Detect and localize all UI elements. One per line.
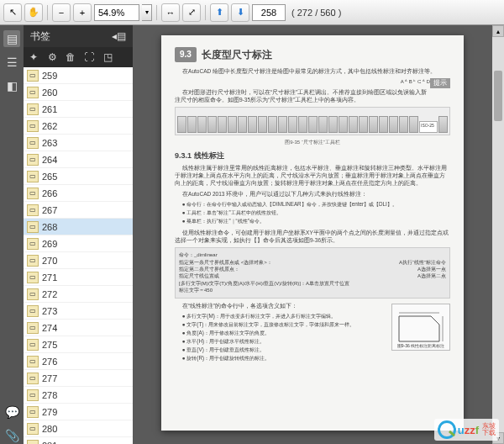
bookmarks-list[interactable]: ▭259▭260▭261▭262▭263▭264▭265▭266▭267▭268… bbox=[24, 67, 133, 444]
bookmark-item[interactable]: ▭266 bbox=[24, 185, 133, 202]
bookmark-page-icon: ▭ bbox=[27, 238, 39, 250]
select-tool-icon[interactable]: ↖ bbox=[3, 3, 22, 22]
dimension-diagram: 图9-36 线性标注距离标注 bbox=[391, 304, 450, 351]
bookmark-page-icon: ▭ bbox=[27, 188, 39, 199]
bookmark-label: 266 bbox=[42, 188, 57, 198]
fit-page-icon[interactable]: ⤢ bbox=[182, 3, 201, 22]
thumbnails-icon[interactable]: ▤ bbox=[3, 30, 20, 47]
bookmark-label: 275 bbox=[42, 340, 57, 350]
bookmark-option-icon[interactable]: ◳ bbox=[101, 50, 114, 64]
bookmark-item[interactable]: ▭280 bbox=[24, 420, 133, 437]
bookmark-item[interactable]: ▭272 bbox=[24, 286, 133, 303]
bookmark-page-icon: ▭ bbox=[27, 87, 39, 98]
bookmark-item[interactable]: ▭275 bbox=[24, 336, 133, 353]
section-number: 9.3 bbox=[175, 47, 197, 62]
prev-page-icon[interactable]: ⬆ bbox=[210, 3, 228, 22]
bookmarks-panel: 书签 ◂▤ ✦ ⚙ 🗑 ⛶ ◳ ▭259▭260▭261▭262▭263▭264… bbox=[24, 25, 133, 444]
zoom-input[interactable]: 54.9% bbox=[94, 4, 139, 21]
bookmark-label: 269 bbox=[42, 239, 57, 249]
scroll-up-icon[interactable]: ▴ bbox=[492, 25, 504, 37]
bookmark-label: 260 bbox=[42, 87, 57, 98]
bookmark-item[interactable]: ▭269 bbox=[24, 235, 133, 252]
bookmark-page-icon: ▭ bbox=[27, 356, 39, 367]
bookmark-item[interactable]: ▭278 bbox=[24, 387, 133, 404]
figure1-caption: 图9-35 “尺寸标注”工具栏 bbox=[175, 139, 450, 145]
bookmark-item[interactable]: ▭277 bbox=[24, 370, 133, 387]
bookmark-page-icon: ▭ bbox=[27, 154, 39, 166]
layers-icon[interactable]: ◧ bbox=[3, 77, 20, 94]
bookmark-item[interactable]: ▭263 bbox=[24, 135, 133, 151]
bookmark-label: 265 bbox=[42, 172, 57, 182]
bookmark-item[interactable]: ▭261 bbox=[24, 101, 133, 118]
bookmark-page-icon: ▭ bbox=[27, 255, 39, 267]
document-area[interactable]: 9.3 长度型尺寸标注 在AutoCAD 绘图中长度型尺寸标注是绘图中最常见的标… bbox=[133, 25, 492, 444]
bookmark-item[interactable]: ▭271 bbox=[24, 269, 133, 286]
delete-bookmark-icon[interactable]: 🗑 bbox=[64, 50, 77, 64]
para1: 线性标注属于标注里常用的线性距离标注，包括水平标注、垂直标注和旋转标注三种类型。… bbox=[175, 164, 450, 187]
bookmark-item[interactable]: ▭265 bbox=[24, 168, 133, 185]
panel-menu-icon[interactable]: ◂▤ bbox=[112, 30, 126, 42]
bookmark-page-icon: ▭ bbox=[27, 137, 39, 149]
bookmark-page-icon: ▭ bbox=[27, 221, 39, 233]
expand-bookmark-icon[interactable]: ⛶ bbox=[82, 50, 96, 64]
dimension-toolbar-figure: ISO-25 bbox=[175, 107, 450, 135]
fit-width-icon[interactable]: ↔ bbox=[161, 3, 180, 22]
bookmark-item[interactable]: ▭276 bbox=[24, 353, 133, 370]
bookmark-label: 274 bbox=[42, 323, 57, 333]
new-bookmark-icon[interactable]: ✦ bbox=[27, 50, 40, 64]
bookmark-label: 271 bbox=[42, 272, 57, 283]
bookmarks-icon[interactable]: ☰ bbox=[3, 54, 20, 71]
bookmark-item[interactable]: ▭281 bbox=[24, 437, 133, 444]
hint-text: 在对图形进行尺寸标注时，可以在“尺寸标注”工具栏调出。不推荐直接到绘图区域以免误… bbox=[175, 88, 450, 103]
bookmark-label: 264 bbox=[42, 155, 57, 165]
bookmark-page-icon: ▭ bbox=[27, 339, 39, 351]
bookmark-settings-icon[interactable]: ⚙ bbox=[45, 50, 59, 64]
bookmark-item[interactable]: ▭274 bbox=[24, 320, 133, 336]
page-input[interactable] bbox=[252, 4, 286, 21]
zoom-dropdown-icon[interactable]: ▾ bbox=[142, 4, 152, 21]
document-page: 9.3 长度型尺寸标注 在AutoCAD 绘图中长度型尺寸标注是绘图中最常见的标… bbox=[161, 35, 464, 431]
bookmark-item[interactable]: ▭260 bbox=[24, 84, 133, 101]
zoom-out-icon[interactable]: − bbox=[52, 3, 71, 22]
bookmark-label: 276 bbox=[42, 357, 57, 367]
bookmark-page-icon: ▭ bbox=[27, 70, 39, 82]
bookmark-item[interactable]: ▭264 bbox=[24, 151, 133, 168]
bookmark-item[interactable]: ▭262 bbox=[24, 118, 133, 135]
bookmark-page-icon: ▭ bbox=[27, 171, 39, 182]
bookmarks-title: 书签 bbox=[30, 29, 50, 44]
bookmark-label: 281 bbox=[42, 441, 57, 445]
scroll-thumb[interactable] bbox=[494, 71, 502, 121]
bookmark-label: 277 bbox=[42, 373, 57, 383]
page-total: ( 272 / 560 ) bbox=[291, 8, 341, 18]
bookmark-item[interactable]: ▭270 bbox=[24, 252, 133, 269]
bookmark-page-icon: ▭ bbox=[27, 272, 39, 283]
bookmark-item[interactable]: ▭259 bbox=[24, 67, 133, 84]
zoom-in-icon[interactable]: + bbox=[73, 3, 92, 22]
bookmark-label: 268 bbox=[42, 222, 57, 232]
comments-icon[interactable]: 💬 bbox=[3, 404, 20, 420]
logo-q-icon bbox=[438, 420, 456, 439]
bookmark-page-icon: ▭ bbox=[27, 389, 39, 401]
bookmark-page-icon: ▭ bbox=[27, 305, 39, 317]
top-toolbar: ↖ ✋ − + 54.9% ▾ ↔ ⤢ ⬆ ⬇ ( 272 / 560 ) bbox=[0, 0, 504, 25]
vertical-scrollbar[interactable]: ▴ ▾ bbox=[492, 25, 504, 444]
opt6: ● 旋转(R)：用于创建旋转线性的标注。 bbox=[182, 355, 450, 362]
bookmark-label: 267 bbox=[42, 205, 57, 215]
bookmark-page-icon: ▭ bbox=[27, 423, 39, 435]
bookmark-page-icon: ▭ bbox=[27, 322, 39, 334]
next-page-icon[interactable]: ⬇ bbox=[231, 3, 249, 22]
watermark-logo: uzzf 东坡下载 bbox=[434, 419, 499, 441]
bookmark-page-icon: ▭ bbox=[27, 204, 39, 216]
bookmark-label: 273 bbox=[42, 306, 57, 316]
bookmark-label: 259 bbox=[42, 71, 57, 81]
attachments-icon[interactable]: 📎 bbox=[3, 427, 20, 444]
intro-text: 在AutoCAD 绘图中长度型尺寸标注是绘图中最常见的标注方式，其中包括线性标注… bbox=[175, 67, 450, 75]
hand-tool-icon[interactable]: ✋ bbox=[24, 3, 43, 22]
bookmark-item[interactable]: ▭267 bbox=[24, 202, 133, 219]
bookmark-item[interactable]: ▭268 bbox=[24, 219, 133, 235]
bookmark-page-icon: ▭ bbox=[27, 440, 39, 445]
bookmark-page-icon: ▭ bbox=[27, 288, 39, 300]
bookmark-item[interactable]: ▭273 bbox=[24, 303, 133, 320]
bookmark-page-icon: ▭ bbox=[27, 103, 39, 115]
bookmark-item[interactable]: ▭279 bbox=[24, 404, 133, 420]
